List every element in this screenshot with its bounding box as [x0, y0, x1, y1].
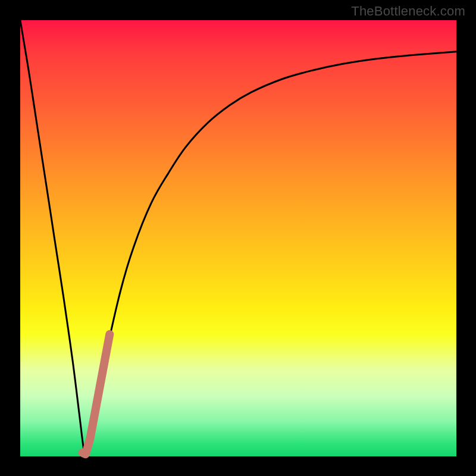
chart-frame: TheBottleneck.com	[0, 0, 476, 476]
curve-overlay	[0, 0, 476, 476]
curve-highlight-marker	[83, 334, 110, 455]
curve-main	[20, 20, 456, 455]
